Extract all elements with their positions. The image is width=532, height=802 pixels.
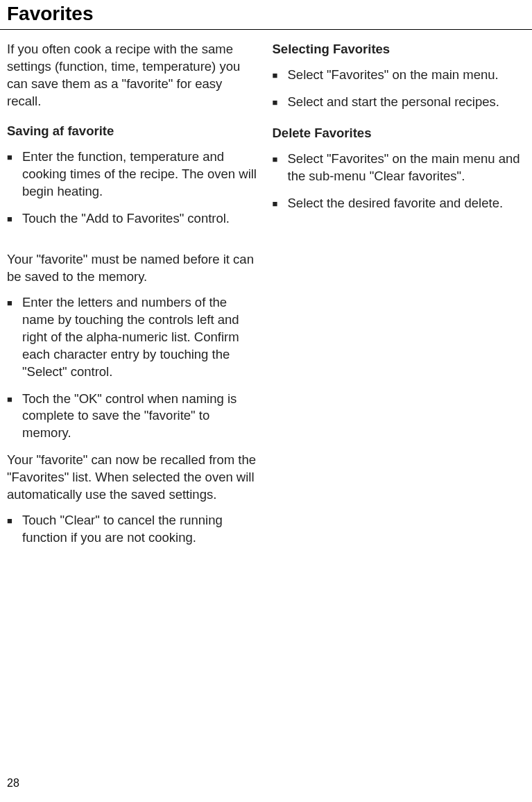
list-item: ■ Touch "Clear" to cancel the running fu… xyxy=(7,512,260,547)
page-title: Favorites xyxy=(0,0,532,30)
square-bullet-icon: ■ xyxy=(273,151,288,185)
list-item: ■ Enter the letters and numbers of the n… xyxy=(7,294,260,381)
intro-paragraph: If you often cook a recipe with the same… xyxy=(7,41,260,110)
square-bullet-icon: ■ xyxy=(7,210,22,228)
page-number: 28 xyxy=(7,777,19,790)
heading-delete-favorites: Delete Favorites xyxy=(273,125,526,142)
naming-paragraph: Your "favorite" must be named before it … xyxy=(7,251,260,286)
bullet-text: Select "Favorites" on the main menu. xyxy=(288,67,526,84)
bullet-text: Select and start the personal recipes. xyxy=(288,94,526,111)
square-bullet-icon: ■ xyxy=(273,94,288,111)
square-bullet-icon: ■ xyxy=(7,512,22,547)
bullet-text: Select the desired favorite and delete. xyxy=(288,195,526,212)
square-bullet-icon: ■ xyxy=(7,148,22,200)
list-item: ■ Enter the function, temperature and co… xyxy=(7,148,260,200)
bullet-text: Touch "Clear" to cancel the running func… xyxy=(22,512,260,547)
list-item: ■ Select "Favorites" on the main menu. xyxy=(273,67,526,84)
content-area: If you often cook a recipe with the same… xyxy=(0,30,532,556)
heading-selecting-favorites: Selecting Favorites xyxy=(273,41,526,58)
list-item: ■ Select and start the personal recipes. xyxy=(273,94,526,111)
bullet-text: Enter the letters and numbers of the nam… xyxy=(22,294,260,381)
right-column: Selecting Favorites ■ Select "Favorites"… xyxy=(273,41,526,556)
list-item: ■ Toch the "OK" control when naming is c… xyxy=(7,391,260,443)
list-item: ■ Select the desired favorite and delete… xyxy=(273,195,526,212)
bullet-text: Select "Favorites" on the main menu and … xyxy=(288,151,526,185)
bullet-text: Toch the "OK" control when naming is com… xyxy=(22,391,260,443)
square-bullet-icon: ■ xyxy=(7,391,22,443)
recall-paragraph: Your "favorite" can now be recalled from… xyxy=(7,452,260,504)
square-bullet-icon: ■ xyxy=(273,195,288,212)
square-bullet-icon: ■ xyxy=(7,294,22,381)
heading-saving-favorite: Saving af favorite xyxy=(7,123,260,140)
bullet-text: Enter the function, temperature and cook… xyxy=(22,148,260,200)
left-column: If you often cook a recipe with the same… xyxy=(7,41,260,556)
square-bullet-icon: ■ xyxy=(273,67,288,84)
list-item: ■ Select "Favorites" on the main menu an… xyxy=(273,151,526,185)
list-item: ■ Touch the "Add to Favorites" control. xyxy=(7,210,260,228)
bullet-text: Touch the "Add to Favorites" control. xyxy=(22,210,260,228)
